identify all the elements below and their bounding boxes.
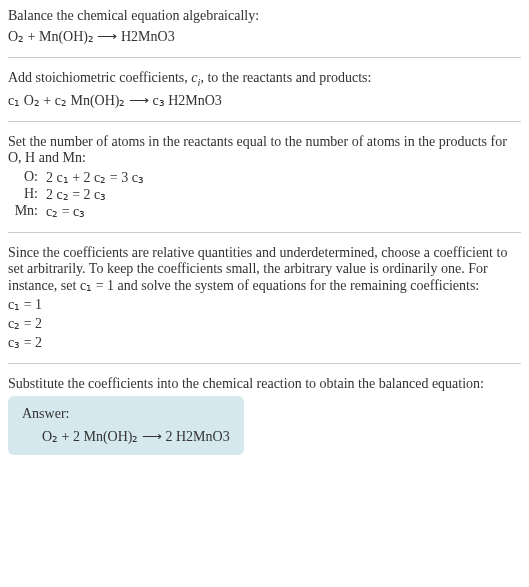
atom-eq: 2 c₁ + 2 c₂ = 3 c₃ <box>46 169 521 186</box>
step-atoms: Set the number of atoms in the reactants… <box>8 134 521 220</box>
step2-text-after: , to the reactants and products: <box>200 70 371 85</box>
step5-text: Substitute the coefficients into the che… <box>8 376 521 392</box>
step-solve: Since the coefficients are relative quan… <box>8 245 521 351</box>
step1-equation: O₂ + Mn(OH)₂ ⟶ H2MnO3 <box>8 28 521 45</box>
divider <box>8 121 521 122</box>
step4-text: Since the coefficients are relative quan… <box>8 245 521 294</box>
coeff-line: c₂ = 2 <box>8 315 521 332</box>
step1-text: Balance the chemical equation algebraica… <box>8 8 521 24</box>
coeff-line: c₁ = 1 <box>8 296 521 313</box>
step2-text: Add stoichiometric coefficients, ci, to … <box>8 70 521 88</box>
atom-eq: c₂ = c₃ <box>46 203 521 220</box>
atom-label: O: <box>8 169 46 186</box>
answer-equation: O₂ + 2 Mn(OH)₂ ⟶ 2 H2MnO3 <box>22 428 230 445</box>
divider <box>8 232 521 233</box>
step-balance: Balance the chemical equation algebraica… <box>8 8 521 45</box>
step2-equation: c₁ O₂ + c₂ Mn(OH)₂ ⟶ c₃ H2MnO3 <box>8 92 521 109</box>
divider <box>8 57 521 58</box>
answer-box: Answer: O₂ + 2 Mn(OH)₂ ⟶ 2 H2MnO3 <box>8 396 244 455</box>
answer-label: Answer: <box>22 406 230 422</box>
coeff-line: c₃ = 2 <box>8 334 521 351</box>
atom-row: Mn: c₂ = c₃ <box>8 203 521 220</box>
step-substitute: Substitute the coefficients into the che… <box>8 376 521 455</box>
atom-label: Mn: <box>8 203 46 220</box>
step3-text: Set the number of atoms in the reactants… <box>8 134 521 166</box>
atom-table: O: 2 c₁ + 2 c₂ = 3 c₃ H: 2 c₂ = 2 c₃ Mn:… <box>8 169 521 220</box>
step-stoichiometric: Add stoichiometric coefficients, ci, to … <box>8 70 521 109</box>
atom-row: H: 2 c₂ = 2 c₃ <box>8 186 521 203</box>
step2-text-before: Add stoichiometric coefficients, <box>8 70 191 85</box>
atom-eq: 2 c₂ = 2 c₃ <box>46 186 521 203</box>
atom-label: H: <box>8 186 46 203</box>
atom-row: O: 2 c₁ + 2 c₂ = 3 c₃ <box>8 169 521 186</box>
divider <box>8 363 521 364</box>
